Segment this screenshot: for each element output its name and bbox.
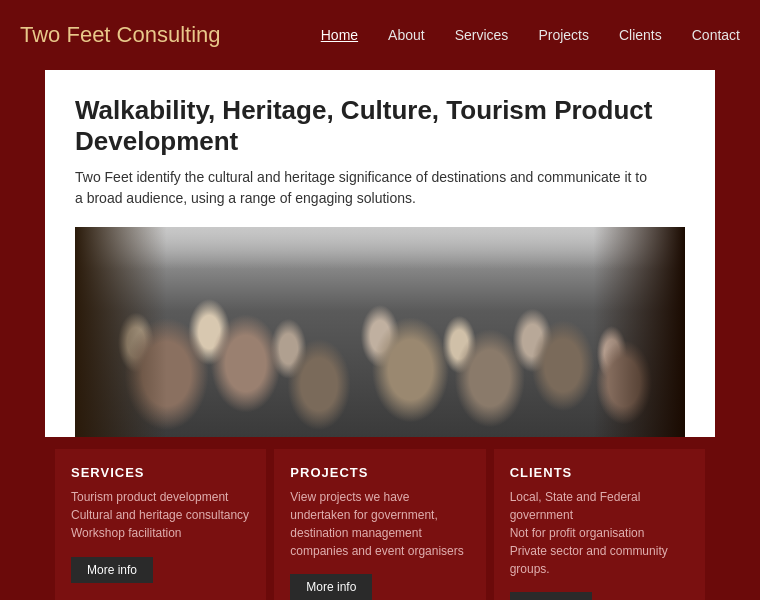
main-content: Walkability, Heritage, Culture, Tourism … <box>45 70 715 437</box>
card-projects: PROJECTSView projects we have undertaken… <box>274 449 485 600</box>
nav-item-home[interactable]: Home <box>321 27 358 43</box>
card-title-services: SERVICES <box>71 465 250 480</box>
card-body-projects: View projects we have undertaken for gov… <box>290 488 469 560</box>
main-nav: HomeAboutServicesProjectsClientsContact <box>321 27 740 43</box>
site-logo: Two Feet Consulting <box>20 22 221 48</box>
more-info-button-services[interactable]: More info <box>71 557 153 583</box>
card-title-projects: PROJECTS <box>290 465 469 480</box>
card-body-clients: Local, State and Federal governmentNot f… <box>510 488 689 578</box>
card-clients: CLIENTSLocal, State and Federal governme… <box>494 449 705 600</box>
site-header: Two Feet Consulting HomeAboutServicesPro… <box>0 0 760 70</box>
cards-section: SERVICESTourism product developmentCultu… <box>45 437 715 600</box>
more-info-button-clients[interactable]: More info <box>510 592 592 600</box>
hero-title: Walkability, Heritage, Culture, Tourism … <box>75 95 685 157</box>
nav-item-projects[interactable]: Projects <box>538 27 589 43</box>
nav-item-services[interactable]: Services <box>455 27 509 43</box>
nav-item-about[interactable]: About <box>388 27 425 43</box>
nav-item-contact[interactable]: Contact <box>692 27 740 43</box>
card-services: SERVICESTourism product developmentCultu… <box>55 449 266 600</box>
hero-subtitle: Two Feet identify the cultural and herit… <box>75 167 655 209</box>
card-title-clients: CLIENTS <box>510 465 689 480</box>
card-body-services: Tourism product developmentCultural and … <box>71 488 250 543</box>
hero-image <box>75 227 685 437</box>
more-info-button-projects[interactable]: More info <box>290 574 372 600</box>
nav-item-clients[interactable]: Clients <box>619 27 662 43</box>
